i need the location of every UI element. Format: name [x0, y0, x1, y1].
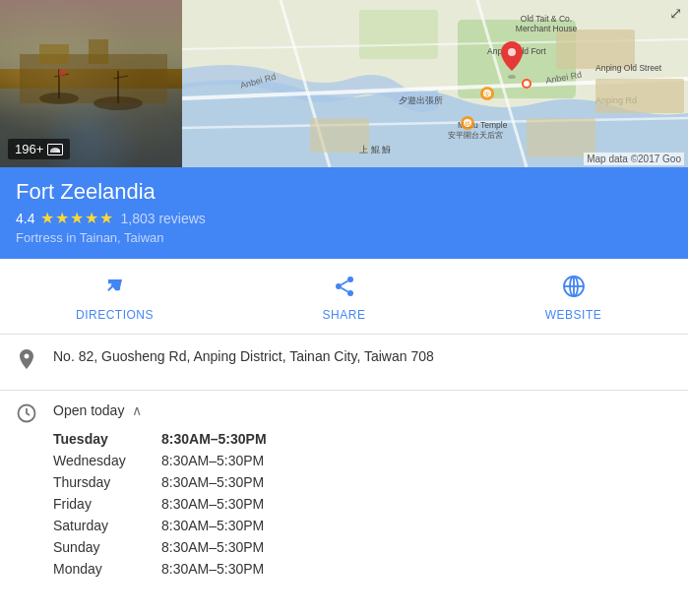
open-today-label: Open today: [53, 402, 124, 418]
svg-text:夕遊出張所: 夕遊出張所: [399, 95, 443, 105]
hours-row-item: Sunday 8:30AM–5:30PM: [53, 536, 672, 558]
expand-icon[interactable]: ⤢: [669, 4, 682, 23]
svg-rect-4: [89, 39, 108, 64]
place-name: Fort Zeelandia: [16, 179, 672, 205]
location-pin-icon: [16, 349, 37, 376]
hours-content: Open today ∧ Tuesday 8:30AM–5:30PM Wedne…: [53, 402, 672, 580]
hours-row-item: Thursday 8:30AM–5:30PM: [53, 471, 672, 493]
svg-text:安平開台天后宮: 安平開台天后宮: [448, 131, 503, 140]
directions-label: DIRECTIONS: [76, 308, 154, 322]
svg-text:Anping Old Street: Anping Old Street: [595, 63, 662, 73]
hours-row-item: Friday 8:30AM–5:30PM: [53, 493, 672, 515]
svg-line-49: [341, 288, 347, 292]
hours-header: Open today ∧: [53, 402, 672, 418]
website-icon: [562, 275, 586, 304]
website-label: WEBSITE: [545, 308, 602, 322]
hours-row-item: Saturday 8:30AM–5:30PM: [53, 515, 672, 536]
address-text: No. 82, Guosheng Rd, Anping District, Ta…: [53, 348, 672, 364]
hours-table: Tuesday 8:30AM–5:30PM Wednesday 8:30AM–5…: [53, 428, 672, 580]
day-name: Saturday: [53, 518, 161, 533]
hours-row-item: Monday 8:30AM–5:30PM: [53, 558, 672, 580]
map-copyright: Map data ©2017 Goo: [584, 153, 684, 165]
day-name: Friday: [53, 496, 161, 512]
info-header: Fort Zeelandia 4.4 ★★★★★ 1,803 reviews F…: [0, 167, 688, 259]
day-hours: 8:30AM–5:30PM: [161, 518, 264, 533]
stars-display: ★★★★★: [40, 209, 114, 227]
day-name: Sunday: [53, 539, 161, 555]
share-icon: [333, 275, 356, 304]
photo-count: 196+: [15, 142, 43, 156]
day-hours: 8:30AM–5:30PM: [161, 539, 264, 555]
day-name: Wednesday: [53, 453, 161, 468]
svg-point-38: [508, 48, 516, 56]
place-type: Fortress in Tainan, Taiwan: [16, 230, 672, 245]
svg-rect-26: [527, 118, 595, 157]
hours-row-item: Wednesday 8:30AM–5:30PM: [53, 450, 672, 471]
hours-section: Open today ∧ Tuesday 8:30AM–5:30PM Wedne…: [0, 391, 688, 587]
chevron-up-icon[interactable]: ∧: [132, 402, 142, 418]
rating-row: 4.4 ★★★★★ 1,803 reviews: [16, 209, 672, 227]
day-hours: 8:30AM–5:30PM: [161, 561, 264, 577]
svg-point-36: [524, 81, 530, 87]
website-button[interactable]: WEBSITE: [459, 269, 688, 328]
svg-text:Merchant House: Merchant House: [516, 24, 578, 33]
svg-point-46: [347, 277, 353, 282]
map-area[interactable]: Anbei Rd Anbei Rd Anping Rd Old Tait & C…: [182, 0, 688, 167]
day-hours: 8:30AM–5:30PM: [161, 431, 267, 447]
svg-point-47: [336, 283, 342, 289]
svg-point-37: [508, 75, 516, 79]
day-hours: 8:30AM–5:30PM: [161, 453, 264, 468]
directions-icon: [103, 275, 127, 304]
svg-line-50: [341, 281, 347, 285]
svg-text:Old Tait & Co.: Old Tait & Co.: [521, 14, 572, 24]
share-label: SHARE: [323, 308, 366, 322]
day-name: Thursday: [53, 474, 161, 490]
day-hours: 8:30AM–5:30PM: [161, 474, 264, 490]
directions-button[interactable]: DIRECTIONS: [0, 269, 229, 328]
photo-thumbnail[interactable]: 196+: [0, 0, 182, 167]
clock-icon: [16, 403, 37, 428]
svg-rect-24: [595, 79, 684, 113]
svg-text:上 鯤 鯓: 上 鯤 鯓: [359, 145, 391, 154]
action-buttons: DIRECTIONS SHARE WEBSITE: [0, 259, 688, 335]
hours-row-item: Tuesday 8:30AM–5:30PM: [53, 428, 672, 450]
address-row: No. 82, Guosheng Rd, Anping District, Ta…: [0, 335, 688, 391]
svg-point-48: [347, 290, 353, 296]
image-icon: [47, 144, 63, 155]
top-images: 196+ Anbei Rd Anbei Rd Anping Rd: [0, 0, 688, 167]
rating-number: 4.4: [16, 211, 34, 226]
photo-count-badge[interactable]: 196+: [8, 139, 70, 159]
svg-text:媽: 媽: [465, 121, 470, 127]
svg-text:安: 安: [484, 91, 490, 97]
svg-rect-3: [39, 44, 69, 64]
day-name: Monday: [53, 561, 161, 577]
day-hours: 8:30AM–5:30PM: [161, 496, 264, 512]
share-button[interactable]: SHARE: [229, 269, 459, 328]
review-count[interactable]: 1,803 reviews: [120, 211, 205, 226]
day-name: Tuesday: [53, 431, 161, 447]
svg-rect-14: [359, 10, 438, 59]
